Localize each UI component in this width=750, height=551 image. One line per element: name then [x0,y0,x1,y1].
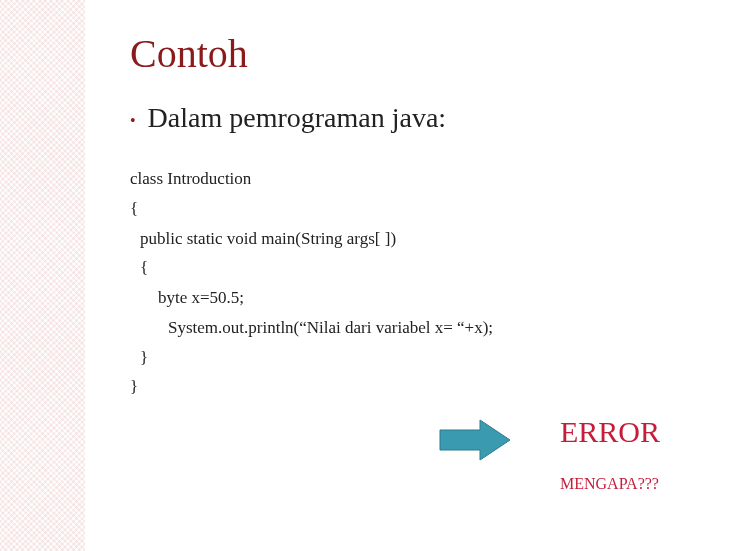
code-line: } [130,372,720,402]
question-label: MENGAPA??? [560,475,659,493]
code-line: System.out.println(“Nilai dari variabel … [130,313,720,343]
code-line: { [130,194,720,224]
left-pattern-decoration [0,0,85,551]
code-line: class Introduction [130,164,720,194]
code-line: byte x=50.5; [130,283,720,313]
code-line: { [130,253,720,283]
code-line: } [130,343,720,373]
code-block: class Introduction { public static void … [130,164,720,402]
code-line: public static void main(String args[ ]) [130,224,720,254]
arrow-icon [435,415,515,465]
bullet-icon: • [130,112,136,130]
error-label: ERROR [560,415,660,449]
bullet-line: • Dalam pemrograman java: [130,102,720,134]
svg-marker-0 [440,420,510,460]
slide-title: Contoh [130,30,720,77]
slide-content: Contoh • Dalam pemrograman java: class I… [130,30,720,402]
bullet-text: Dalam pemrograman java: [148,102,447,134]
